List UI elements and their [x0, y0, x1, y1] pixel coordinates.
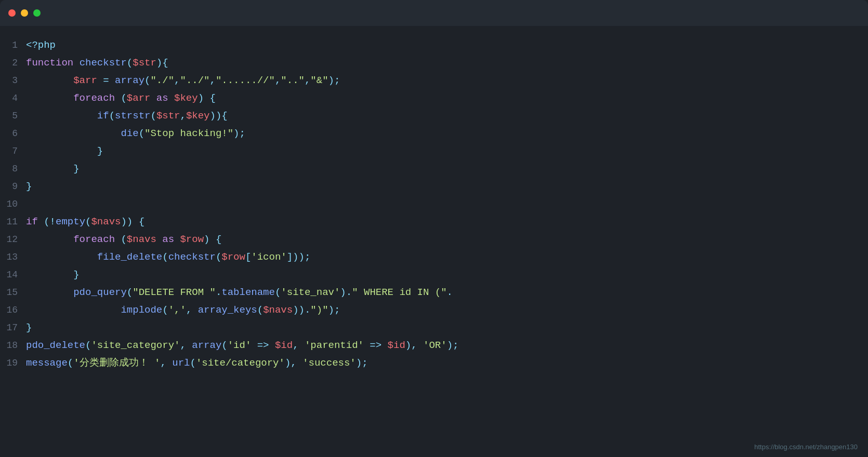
code-line: 19message('分类删除成功！ ', url('site/category…	[0, 354, 868, 372]
line-content: }	[26, 319, 32, 337]
code-container: 1<?php2function checkstr($str){3 $arr = …	[0, 36, 868, 372]
line-number: 12	[0, 231, 26, 248]
line-number: 15	[0, 284, 26, 301]
code-line: 13 file_delete(checkstr($row['icon']));	[0, 248, 868, 266]
line-number: 14	[0, 266, 26, 284]
line-content: message('分类删除成功！ ', url('site/category')…	[26, 354, 368, 372]
traffic-lights	[8, 9, 41, 17]
line-content: pdo_query("DELETE FROM ".tablename('site…	[26, 284, 453, 301]
line-number: 8	[0, 160, 26, 178]
line-content: foreach ($arr as $key) {	[26, 89, 216, 107]
line-number: 19	[0, 354, 26, 372]
code-line: 14 }	[0, 266, 868, 284]
code-line: 3 $arr = array("./","../","......//","..…	[0, 72, 868, 89]
line-content: }	[26, 266, 80, 284]
code-line: 4 foreach ($arr as $key) {	[0, 89, 868, 107]
line-content: implode(',', array_keys($navs)).")");	[26, 301, 340, 319]
line-content: file_delete(checkstr($row['icon']));	[26, 248, 310, 266]
line-number: 11	[0, 213, 26, 231]
line-content: function checkstr($str){	[26, 54, 168, 72]
code-area: 1<?php2function checkstr($str){3 $arr = …	[0, 26, 868, 457]
line-number: 6	[0, 125, 26, 142]
code-line: 18pdo_delete('site_category', array('id'…	[0, 337, 868, 354]
line-content: $arr = array("./","../","......//","..",…	[26, 72, 340, 89]
line-number: 3	[0, 72, 26, 89]
code-line: 6 die("Stop hacking!");	[0, 125, 868, 142]
line-number: 13	[0, 248, 26, 266]
line-content: pdo_delete('site_category', array('id' =…	[26, 337, 458, 354]
line-content: <?php	[26, 36, 56, 54]
line-number: 17	[0, 319, 26, 337]
minimize-button[interactable]	[21, 9, 28, 17]
code-line: 7 }	[0, 142, 868, 160]
line-content: }	[26, 178, 32, 195]
code-line: 2function checkstr($str){	[0, 54, 868, 72]
line-number: 10	[0, 195, 26, 213]
code-line: 12 foreach ($navs as $row) {	[0, 231, 868, 248]
line-content: foreach ($navs as $row) {	[26, 231, 221, 248]
line-content: if (!empty($navs)) {	[26, 213, 144, 231]
window: 1<?php2function checkstr($str){3 $arr = …	[0, 0, 868, 457]
line-content: die("Stop hacking!");	[26, 125, 245, 142]
line-number: 16	[0, 301, 26, 319]
code-line: 8 }	[0, 160, 868, 178]
close-button[interactable]	[8, 9, 16, 17]
code-line: 10	[0, 195, 868, 213]
maximize-button[interactable]	[33, 9, 41, 17]
line-number: 1	[0, 36, 26, 54]
line-number: 18	[0, 337, 26, 354]
code-line: 16 implode(',', array_keys($navs)).")");	[0, 301, 868, 319]
watermark: https://blog.csdn.net/zhangpen130	[754, 443, 858, 451]
code-line: 5 if(strstr($str,$key)){	[0, 107, 868, 125]
line-content: }	[26, 160, 80, 178]
code-line: 15 pdo_query("DELETE FROM ".tablename('s…	[0, 284, 868, 301]
code-line: 17}	[0, 319, 868, 337]
code-line: 11if (!empty($navs)) {	[0, 213, 868, 231]
code-line: 1<?php	[0, 36, 868, 54]
line-number: 2	[0, 54, 26, 72]
line-content: if(strstr($str,$key)){	[26, 107, 228, 125]
line-number: 4	[0, 89, 26, 107]
titlebar	[0, 0, 868, 26]
line-number: 5	[0, 107, 26, 125]
code-line: 9}	[0, 178, 868, 195]
line-number: 7	[0, 142, 26, 160]
line-number: 9	[0, 178, 26, 195]
line-content: }	[26, 142, 103, 160]
